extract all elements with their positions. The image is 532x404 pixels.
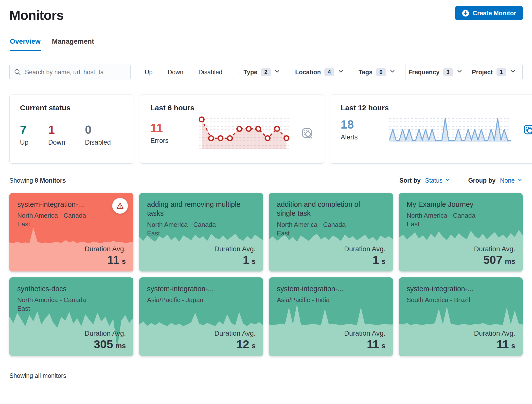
- monitor-location: North America - Canada East: [17, 211, 93, 229]
- errors-sparkline-chart: [198, 116, 290, 150]
- stat-up: 7 Up: [20, 124, 29, 146]
- duration-block: Duration Avg. 12 s: [214, 329, 256, 350]
- inspect-icon[interactable]: [523, 123, 532, 136]
- duration-block: Duration Avg. 11 s: [474, 329, 515, 350]
- last-12-hours-card: Last 12 hours 18 Alerts: [330, 95, 532, 164]
- search-input[interactable]: [24, 68, 126, 76]
- last-6-hours-body: 11 Errors: [150, 116, 314, 150]
- filter-type-button[interactable]: Type 2: [233, 64, 290, 80]
- filter-disabled-button[interactable]: Disabled: [191, 64, 230, 80]
- monitor-location: North America - Canada East: [407, 211, 482, 229]
- filter-tags-button[interactable]: Tags 0: [348, 64, 406, 80]
- list-header: Showing 8 Monitors Sort by Status Group …: [9, 177, 523, 184]
- duration-value: 1 s: [214, 254, 256, 266]
- monitor-title: system-integration-...: [407, 284, 506, 293]
- monitor-title: system-integration-...: [147, 284, 247, 293]
- create-monitor-button[interactable]: Create Monitor: [455, 6, 523, 20]
- monitor-location: North America - Canada East: [277, 220, 353, 238]
- monitor-location: Asia/Pacific - Japan: [147, 296, 223, 304]
- filter-down-button[interactable]: Down: [160, 64, 191, 80]
- current-status-card: Current status 7 Up 1 Down 0 Disabled: [9, 95, 134, 164]
- chevron-down-icon: [445, 177, 450, 184]
- status-filter-group: Up Down Disabled: [137, 64, 230, 80]
- plus-in-circle-icon: [462, 9, 469, 17]
- inspect-icon[interactable]: [301, 127, 314, 140]
- duration-unit: ms: [505, 257, 515, 266]
- showing-count: Showing 8 Monitors: [9, 177, 66, 184]
- chevron-down-icon: [390, 68, 395, 76]
- tab-overview[interactable]: Overview: [10, 38, 41, 51]
- duration-label: Duration Avg.: [474, 245, 515, 253]
- filters-group: Type 2 Location 4 Tags 0 Frequency 3 Pro…: [233, 64, 523, 80]
- chevron-down-icon: [338, 68, 344, 76]
- sort-by-select[interactable]: Status: [425, 177, 450, 184]
- stat-disabled: 0 Disabled: [85, 124, 111, 146]
- errors-stat: 11 Errors: [150, 122, 187, 145]
- monitor-title: system-integration-...: [277, 284, 376, 293]
- sort-by-label: Sort by: [399, 177, 421, 184]
- showing-value: 8 Monitors: [35, 177, 66, 184]
- duration-value: 305 ms: [85, 338, 126, 350]
- duration-unit: s: [381, 342, 385, 350]
- duration-label: Duration Avg.: [474, 329, 515, 337]
- current-status-stats: 7 Up 1 Down 0 Disabled: [20, 124, 123, 146]
- filter-up-button[interactable]: Up: [137, 64, 160, 80]
- duration-block: Duration Avg. 1 s: [344, 245, 386, 266]
- monitor-card[interactable]: system-integration-... Asia/Pacific - In…: [269, 277, 393, 356]
- create-monitor-label: Create Monitor: [473, 10, 516, 17]
- monitor-card[interactable]: addition and completion of single task N…: [269, 193, 393, 271]
- duration-unit: ms: [116, 342, 126, 350]
- duration-label: Duration Avg.: [214, 245, 256, 253]
- alerts-stat: 18 Alerts: [341, 119, 378, 141]
- monitor-card[interactable]: system-integration-... North America - C…: [9, 193, 133, 271]
- tabs: Overview Management: [9, 38, 523, 51]
- monitor-card[interactable]: system-integration-... Asia/Pacific - Ja…: [139, 277, 263, 356]
- alerts-label: Alerts: [341, 134, 378, 141]
- monitor-title: synthetics-docs: [17, 284, 117, 293]
- filter-project-button[interactable]: Project 1: [465, 64, 522, 80]
- duration-number: 507: [483, 254, 502, 266]
- stat-down-value: 1: [48, 124, 65, 136]
- stat-up-label: Up: [20, 139, 29, 146]
- monitor-card[interactable]: My Example Journey North America - Canad…: [399, 193, 523, 271]
- monitor-location: South America - Brazil: [407, 296, 482, 304]
- duration-number: 305: [94, 338, 113, 350]
- filter-frequency-button[interactable]: Frequency 3: [406, 64, 465, 80]
- duration-number: 11: [367, 338, 379, 350]
- monitor-location: North America - Canada East: [17, 296, 93, 313]
- last-6-hours-card: Last 6 hours 11 Errors: [140, 95, 324, 164]
- duration-value: 507 ms: [474, 254, 515, 266]
- duration-label: Duration Avg.: [85, 329, 126, 337]
- showing-prefix: Showing: [9, 177, 33, 184]
- group-by-select[interactable]: None: [500, 177, 523, 184]
- page-title: Monitors: [9, 7, 64, 23]
- duration-value: 12 s: [214, 338, 256, 350]
- filter-tags-label: Tags: [359, 69, 373, 76]
- monitor-card[interactable]: synthetics-docs North America - Canada E…: [9, 277, 133, 356]
- stat-up-value: 7: [20, 124, 29, 136]
- filter-type-count-badge: 2: [261, 68, 271, 76]
- duration-label: Duration Avg.: [344, 245, 386, 253]
- duration-value: 1 s: [344, 254, 386, 266]
- duration-value: 11 s: [344, 338, 386, 350]
- duration-block: Duration Avg. 1 s: [214, 245, 256, 266]
- monitor-card[interactable]: adding and removing multiple tasks North…: [139, 193, 263, 271]
- down-warning-badge: [112, 198, 128, 214]
- filter-frequency-label: Frequency: [408, 69, 439, 76]
- duration-number: 11: [107, 254, 120, 266]
- toolbar: Up Down Disabled Type 2 Location 4 Tags …: [9, 64, 523, 80]
- duration-value: 11 s: [85, 254, 126, 266]
- monitor-location: North America - Canada East: [147, 220, 223, 238]
- monitor-card[interactable]: system-integration-... South America - B…: [399, 277, 523, 356]
- duration-unit: s: [511, 342, 515, 350]
- monitor-title: My Example Journey: [407, 200, 506, 209]
- page-header: Monitors Create Monitor: [9, 6, 523, 23]
- filter-tags-count-badge: 0: [376, 68, 386, 76]
- chevron-down-icon: [457, 68, 462, 76]
- tab-management[interactable]: Management: [52, 38, 94, 51]
- errors-value: 11: [150, 122, 187, 134]
- duration-block: Duration Avg. 11 s: [344, 329, 386, 350]
- filter-type-label: Type: [244, 69, 258, 76]
- monitor-grid: system-integration-... North America - C…: [9, 193, 523, 356]
- filter-location-button[interactable]: Location 4: [291, 64, 348, 80]
